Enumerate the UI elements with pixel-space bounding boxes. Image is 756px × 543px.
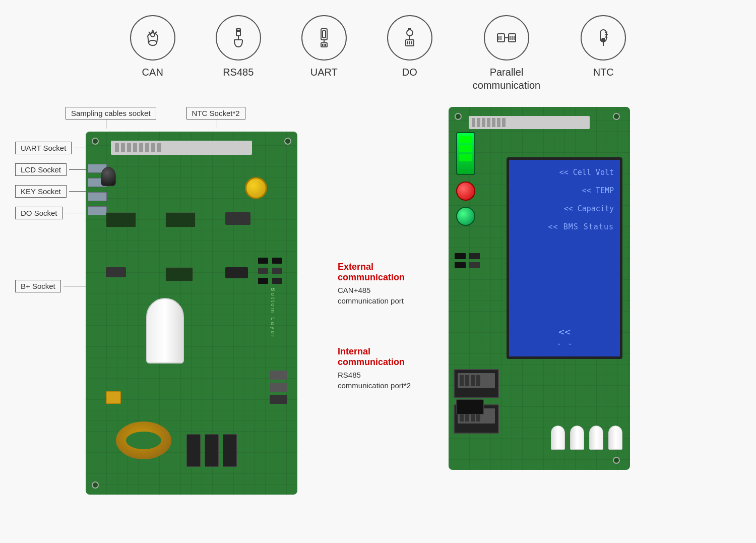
svg-rect-14 xyxy=(323,31,326,38)
uart-socket-label-row: UART Socket xyxy=(15,142,86,154)
b-plus-socket-label-row: B+ Socket xyxy=(15,280,86,292)
ntc-icon-circle xyxy=(581,15,626,61)
left-pcb-board: Bottom Layer xyxy=(86,132,297,495)
svg-point-3 xyxy=(151,33,155,37)
svg-point-0 xyxy=(149,40,157,45)
external-comm-title: External communication xyxy=(338,262,438,283)
svg-line-37 xyxy=(605,32,607,33)
ic-bottom-right xyxy=(456,399,484,414)
lcd-line-6: - - xyxy=(515,338,614,348)
icons-section: CAN RS485 xyxy=(0,0,756,102)
pcb-toroid xyxy=(116,421,171,459)
lcd-socket-label: LCD Socket xyxy=(15,163,67,176)
smd-components xyxy=(258,258,282,284)
left-board-container: Sampling cables socket NTC Socket*2 UART… xyxy=(15,107,328,495)
comm-labels-section: External communication CAN+485 communica… xyxy=(338,107,438,495)
ntc-socket-label: NTC Socket*2 xyxy=(186,107,245,119)
do-socket-label-row: DO Socket xyxy=(15,207,86,219)
rs485-label: RS485 xyxy=(223,66,254,79)
svg-point-9 xyxy=(236,30,238,32)
green-led-circle xyxy=(456,207,475,226)
uart-socket-label: UART Socket xyxy=(15,142,72,154)
pcb-component-black xyxy=(101,167,116,186)
svg-point-20 xyxy=(407,30,413,36)
pcb-b-plus-connector xyxy=(106,391,121,404)
external-comm-group: External communication CAN+485 communica… xyxy=(338,262,438,306)
icon-item-parallel: Parallel communication xyxy=(473,15,541,92)
uart-label: UART xyxy=(310,66,338,79)
b-plus-socket-label: B+ Socket xyxy=(15,280,61,292)
mount-hole-bl xyxy=(92,481,99,489)
svg-point-36 xyxy=(601,38,605,42)
pcb-header-right xyxy=(469,116,590,129)
ntc-label: NTC xyxy=(593,66,614,79)
icon-item-can: CAN xyxy=(130,15,175,79)
icon-item-ntc: NTC xyxy=(581,15,626,79)
lcd-line-3: << Capacity xyxy=(515,204,614,213)
pcb-capacitor-yellow xyxy=(245,177,267,199)
svg-line-7 xyxy=(155,32,157,34)
main-content: Sampling cables socket NTC Socket*2 UART… xyxy=(0,102,756,500)
icon-item-do: DO xyxy=(387,15,432,79)
can-icon-circle xyxy=(130,15,175,61)
mount-hole-tl xyxy=(92,138,99,145)
mount-hole-right-br xyxy=(613,457,620,464)
right-board-container: Top Layer xyxy=(449,107,640,495)
do-socket-label: DO Socket xyxy=(15,207,63,219)
external-comm-desc: CAN+485 communication port xyxy=(338,285,438,306)
right-pcb-board: Top Layer xyxy=(449,107,630,470)
internal-comm-desc: RS485 communication port*2 xyxy=(338,370,438,391)
internal-comm-group: Internal communication RS485 communicati… xyxy=(338,346,438,391)
lcd-line-2: << TEMP xyxy=(515,186,614,195)
key-socket-label-row: KEY Socket xyxy=(15,185,86,198)
lcd-socket-label-row: LCD Socket xyxy=(15,163,86,176)
can-label: CAN xyxy=(142,66,163,79)
lcd-line-5: << xyxy=(515,326,614,338)
can-icon xyxy=(141,26,165,50)
do-icon-circle xyxy=(387,15,432,61)
icon-item-uart: UART xyxy=(301,15,347,79)
parallel-label: Parallel communication xyxy=(473,66,541,92)
red-led xyxy=(456,182,475,201)
pcb-caps-row xyxy=(186,434,237,467)
svg-line-2 xyxy=(157,36,158,43)
parallel-icon xyxy=(494,26,519,50)
sampling-cables-label: Sampling cables socket xyxy=(66,107,156,119)
lcd-line-1: << Cell Volt xyxy=(515,168,614,177)
lcd-display: << Cell Volt << TEMP << Capacity << BMS … xyxy=(507,157,622,359)
green-led-indicator xyxy=(456,132,475,175)
svg-line-1 xyxy=(148,36,149,43)
do-icon xyxy=(398,26,422,50)
mount-hole-right-tr xyxy=(613,113,620,120)
smd-right xyxy=(455,253,480,268)
rs485-icon xyxy=(226,26,250,50)
rj45-port-top xyxy=(454,369,499,398)
lcd-line-4: << BMS Status xyxy=(515,222,614,231)
svg-point-10 xyxy=(238,30,240,32)
pcb-components xyxy=(106,212,277,313)
key-socket-label: KEY Socket xyxy=(15,185,67,198)
svg-line-39 xyxy=(605,37,607,38)
internal-comm-title: Internal communication xyxy=(338,346,438,368)
mount-hole-tr xyxy=(284,138,291,145)
svg-line-6 xyxy=(149,32,151,34)
rs485-icon-circle xyxy=(216,15,261,61)
uart-icon-circle xyxy=(301,15,347,61)
do-label: DO xyxy=(402,66,417,79)
bottom-right-components xyxy=(270,371,287,404)
pcb-white-cylinder xyxy=(146,298,184,364)
parallel-icon-circle xyxy=(484,15,529,61)
mount-hole-right-tl xyxy=(455,113,462,120)
icon-item-rs485: RS485 xyxy=(216,15,261,79)
uart-icon xyxy=(312,26,336,50)
ntc-icon xyxy=(591,26,615,50)
white-caps-right xyxy=(551,426,622,450)
pcb-header-top xyxy=(111,141,252,155)
